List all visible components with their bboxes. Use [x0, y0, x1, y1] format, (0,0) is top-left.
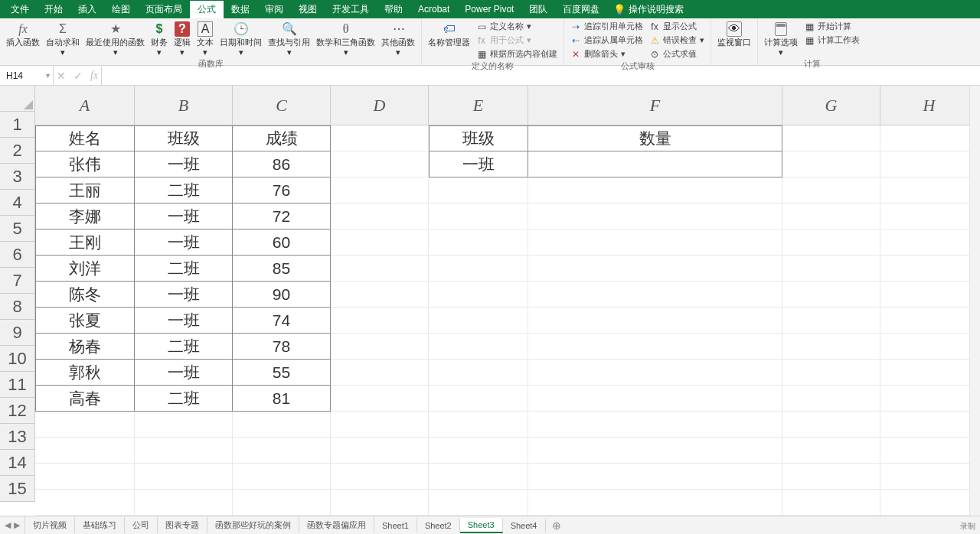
cell[interactable] — [880, 177, 978, 204]
col-header[interactable]: C — [233, 86, 331, 125]
col-header[interactable]: B — [135, 86, 233, 125]
col-header[interactable]: G — [782, 86, 880, 125]
cell[interactable]: 二班 — [135, 334, 233, 360]
cell[interactable] — [880, 386, 978, 412]
cell[interactable] — [331, 204, 429, 230]
tab-data[interactable]: 数据 — [224, 1, 257, 18]
cell[interactable] — [782, 412, 880, 438]
cell[interactable]: 成绩 — [233, 125, 331, 151]
trace-dependents-button[interactable]: ⇠追踪从属单元格 — [569, 34, 645, 47]
cell[interactable] — [135, 438, 233, 464]
cell[interactable]: 一班 — [429, 151, 528, 177]
cell[interactable] — [528, 386, 782, 412]
formula-input[interactable] — [102, 66, 980, 85]
cell[interactable]: 60 — [233, 230, 331, 256]
cell[interactable]: 一班 — [135, 204, 233, 230]
tab-formulas[interactable]: 公式 — [190, 1, 224, 18]
cell[interactable] — [782, 151, 880, 177]
watch-window-button[interactable]: 👁监视窗口 — [716, 20, 753, 48]
tab-powerpivot[interactable]: Power Pivot — [457, 2, 521, 17]
cell[interactable] — [782, 230, 880, 256]
sheet-nav-prev-icon[interactable]: ◀ — [5, 520, 11, 530]
sheet-tab[interactable]: Sheet4 — [503, 519, 546, 532]
cell[interactable] — [331, 438, 429, 464]
cell[interactable]: 一班 — [135, 360, 233, 386]
accept-icon[interactable]: ✓ — [74, 70, 83, 82]
cell[interactable] — [35, 438, 135, 464]
cell[interactable] — [135, 464, 233, 490]
cell[interactable] — [135, 412, 233, 438]
cell[interactable]: 90 — [233, 282, 331, 308]
cell[interactable] — [331, 256, 429, 282]
morefn-button[interactable]: ⋯其他函数▾ — [380, 20, 416, 58]
cell[interactable]: 高春 — [35, 386, 135, 412]
calc-now-button[interactable]: ▦开始计算 — [802, 20, 861, 33]
cell[interactable]: 一班 — [135, 282, 233, 308]
row-header[interactable]: 6 — [0, 242, 34, 268]
tab-acrobat[interactable]: Acrobat — [410, 2, 457, 17]
cell[interactable] — [429, 438, 528, 464]
name-box[interactable]: H14 — [0, 66, 54, 85]
remove-arrows-button[interactable]: ✕删除箭头 ▾ — [569, 47, 645, 60]
lookup-button[interactable]: 🔍查找与引用▾ — [266, 20, 312, 58]
calc-options-button[interactable]: 计算选项▾ — [763, 20, 799, 58]
cell[interactable] — [880, 256, 978, 282]
cell[interactable] — [331, 412, 429, 438]
cell[interactable] — [429, 230, 528, 256]
tab-draw[interactable]: 绘图 — [104, 1, 138, 18]
sheet-tab[interactable]: Sheet1 — [374, 519, 417, 532]
cell[interactable] — [429, 308, 528, 334]
cell[interactable] — [880, 282, 978, 308]
tab-review[interactable]: 审阅 — [257, 1, 291, 18]
cell[interactable] — [331, 464, 429, 490]
cell[interactable] — [782, 308, 880, 334]
col-header[interactable]: E — [429, 86, 528, 125]
cell[interactable]: 78 — [233, 334, 331, 360]
cell[interactable] — [35, 464, 135, 490]
cell[interactable] — [782, 334, 880, 360]
trace-precedents-button[interactable]: ⇢追踪引用单元格 — [569, 20, 645, 33]
cell[interactable]: 陈冬 — [35, 282, 135, 308]
cell[interactable]: 张夏 — [35, 308, 135, 334]
cell[interactable]: 二班 — [135, 386, 233, 412]
cell[interactable]: 班级 — [135, 125, 233, 151]
math-button[interactable]: θ数学和三角函数▾ — [315, 20, 377, 58]
cell[interactable]: 85 — [233, 256, 331, 282]
row-header[interactable]: 4 — [0, 190, 34, 216]
calc-sheet-button[interactable]: ▦计算工作表 — [802, 34, 861, 47]
tab-netdisk[interactable]: 百度网盘 — [555, 1, 607, 18]
evaluate-formula-button[interactable]: ⊙公式求值 — [648, 47, 706, 60]
cell[interactable]: 55 — [233, 360, 331, 386]
cell[interactable]: 王刚 — [35, 230, 135, 256]
tab-dev[interactable]: 开发工具 — [325, 1, 377, 18]
name-manager-button[interactable]: 🏷名称管理器 — [426, 20, 472, 48]
cell[interactable] — [528, 438, 782, 464]
row-header[interactable]: 8 — [0, 294, 34, 320]
text-button[interactable]: A文本▾ — [195, 20, 215, 58]
cell[interactable]: 74 — [233, 308, 331, 334]
tab-pagelayout[interactable]: 页面布局 — [138, 1, 190, 18]
tab-insert[interactable]: 插入 — [70, 1, 104, 18]
cell[interactable] — [528, 177, 782, 204]
cell[interactable] — [782, 256, 880, 282]
tell-me-search[interactable]: 💡 操作说明搜索 — [613, 3, 684, 16]
cell[interactable] — [429, 386, 528, 412]
cell[interactable] — [528, 464, 782, 490]
cell[interactable] — [782, 490, 880, 516]
cell[interactable] — [528, 334, 782, 360]
cell[interactable] — [528, 256, 782, 282]
cell[interactable] — [880, 230, 978, 256]
sheet-tab[interactable]: 图表专题 — [158, 517, 207, 533]
cell[interactable]: 76 — [233, 177, 331, 204]
sheet-tab[interactable]: Sheet3 — [460, 518, 503, 533]
row-header[interactable]: 5 — [0, 216, 34, 242]
tab-help[interactable]: 帮助 — [377, 1, 410, 18]
col-header[interactable]: H — [880, 86, 978, 125]
define-name-button[interactable]: ▭定义名称 ▾ — [475, 20, 559, 33]
cell[interactable] — [782, 386, 880, 412]
cell[interactable] — [782, 360, 880, 386]
row-header[interactable]: 14 — [0, 450, 34, 476]
fx-bar-icon[interactable]: fx — [90, 70, 98, 82]
cell[interactable] — [528, 204, 782, 230]
create-from-selection-button[interactable]: ▦根据所选内容创建 — [475, 47, 559, 60]
